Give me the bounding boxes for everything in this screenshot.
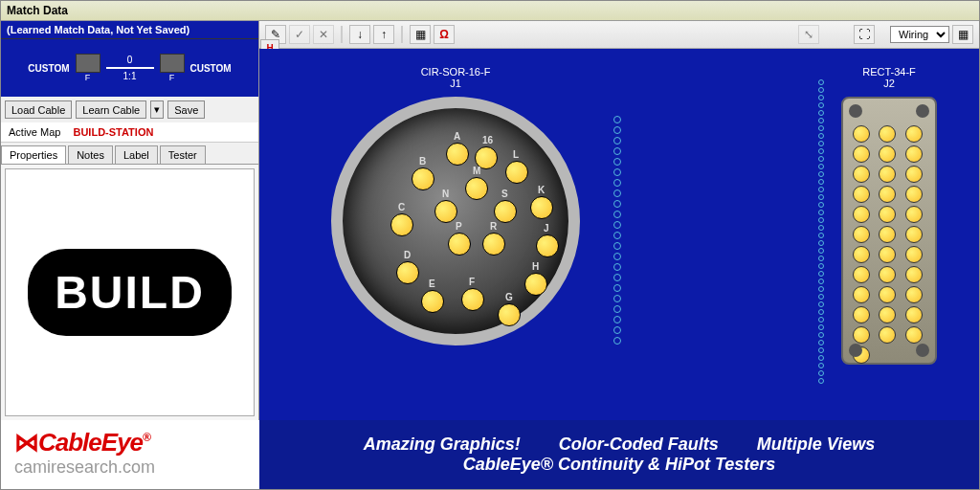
map-dot — [613, 284, 621, 292]
pin-label: 16 — [482, 135, 493, 145]
scrollbar-icon[interactable]: ⤡ — [798, 25, 819, 44]
pin[interactable] — [879, 246, 896, 263]
tab-label[interactable]: Label — [115, 145, 158, 164]
map-dot — [818, 171, 824, 177]
pin[interactable] — [879, 286, 896, 303]
pin[interactable] — [853, 306, 870, 323]
pin[interactable] — [494, 200, 517, 223]
left-panel: (Learned Match Data, Not Yet Saved) CUST… — [1, 21, 259, 420]
ohm-icon[interactable]: Ω — [434, 25, 455, 44]
tab-notes[interactable]: Notes — [68, 145, 113, 164]
pin[interactable] — [905, 266, 923, 283]
delete-icon[interactable]: ✕ — [313, 25, 334, 44]
pin[interactable] — [505, 161, 528, 184]
pin[interactable] — [448, 233, 471, 256]
pin[interactable] — [853, 145, 870, 163]
pin[interactable] — [446, 143, 469, 166]
map-dot — [613, 263, 621, 271]
check-icon[interactable]: ✓ — [289, 25, 310, 44]
load-cable-button[interactable]: Load Cable — [5, 100, 72, 119]
diagram-left-label: CUSTOM — [28, 63, 69, 74]
pin[interactable] — [879, 266, 896, 283]
map-dot — [818, 87, 824, 93]
pin[interactable] — [879, 166, 896, 183]
title-bar: Match Data — [1, 1, 979, 21]
pin[interactable] — [853, 166, 870, 183]
pin[interactable] — [905, 246, 923, 263]
pin[interactable] — [905, 286, 923, 303]
map-dot — [818, 210, 824, 215]
map-dot — [818, 248, 824, 254]
pin[interactable] — [498, 303, 521, 326]
map-dot — [818, 332, 824, 338]
connector-1-body[interactable]: A16LBMKNSCPRJDEFHG — [331, 97, 580, 345]
pin[interactable] — [853, 226, 870, 243]
pin[interactable] — [853, 266, 870, 283]
brand-url: camiresearch.com — [14, 457, 259, 478]
map-dot — [818, 363, 824, 368]
banner-text-2: Color-Coded Faults — [559, 434, 719, 455]
pin[interactable] — [461, 288, 484, 311]
pin[interactable] — [530, 196, 553, 219]
pin[interactable] — [853, 206, 870, 223]
pin[interactable] — [905, 166, 923, 183]
connector-canvas[interactable]: CIR-SOR-16-F J1 A16LBMKNSCPRJDEFHG RECT-… — [259, 49, 979, 420]
screw-icon — [916, 344, 929, 357]
down-arrow-icon[interactable]: ↓ — [349, 25, 370, 44]
pin[interactable] — [412, 167, 434, 190]
connector-2-body[interactable] — [841, 97, 937, 365]
pin[interactable] — [905, 306, 923, 323]
pin[interactable] — [421, 290, 444, 313]
pin[interactable] — [905, 206, 923, 223]
pin[interactable] — [905, 145, 923, 163]
pin[interactable] — [396, 261, 419, 284]
status-bar: (Learned Match Data, Not Yet Saved) — [1, 21, 258, 39]
pin[interactable] — [390, 213, 413, 236]
pin[interactable] — [879, 326, 896, 344]
tab-properties[interactable]: Properties — [1, 145, 66, 164]
map-dot — [613, 326, 621, 334]
screw-icon — [849, 104, 862, 118]
up-arrow-icon[interactable]: ↑ — [373, 25, 394, 44]
map-dot — [613, 147, 621, 155]
pin[interactable] — [853, 186, 870, 203]
pin[interactable] — [853, 286, 870, 303]
pin[interactable] — [465, 177, 488, 200]
pin-label: G — [505, 292, 513, 302]
map-dot — [613, 168, 621, 176]
map-dot — [818, 179, 824, 185]
pin[interactable] — [524, 273, 547, 296]
pin[interactable] — [879, 125, 896, 143]
pin[interactable] — [853, 246, 870, 263]
learn-dropdown-button[interactable]: ▾ — [150, 100, 164, 119]
pin[interactable] — [905, 226, 923, 243]
pin-label: A — [454, 131, 460, 142]
pinmap-col-1 — [613, 116, 621, 345]
pin[interactable] — [879, 306, 896, 323]
pin[interactable] — [853, 125, 870, 143]
map-dot — [613, 158, 621, 166]
connector-left-icon — [76, 54, 100, 73]
pin[interactable] — [879, 226, 896, 243]
grid-icon[interactable]: ▦ — [952, 25, 973, 44]
pin[interactable] — [905, 326, 923, 344]
save-button[interactable]: Save — [167, 100, 205, 119]
pin[interactable] — [879, 186, 896, 203]
pin[interactable] — [853, 326, 870, 344]
map-dot — [818, 378, 824, 384]
map-dot — [818, 148, 824, 154]
map-dot — [818, 271, 824, 277]
expand-icon[interactable]: ⛶ — [854, 25, 875, 44]
pin[interactable] — [879, 145, 896, 163]
pin[interactable] — [905, 125, 923, 143]
pin-label: K — [538, 185, 545, 195]
view-select[interactable]: Wiring — [890, 26, 949, 43]
chip-icon[interactable]: ▦ — [410, 25, 431, 44]
pin[interactable] — [434, 200, 457, 223]
tab-tester[interactable]: Tester — [160, 145, 206, 164]
pin[interactable] — [879, 206, 896, 223]
pin[interactable] — [905, 186, 923, 203]
pin[interactable] — [482, 233, 505, 256]
learn-cable-button[interactable]: Learn Cable — [76, 100, 146, 119]
pin[interactable] — [536, 234, 559, 257]
